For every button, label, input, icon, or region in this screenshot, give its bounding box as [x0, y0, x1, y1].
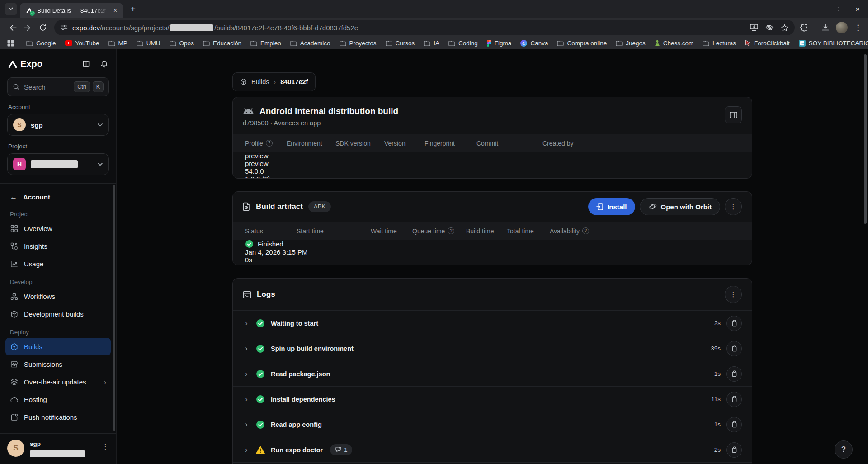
bookmark-ia[interactable]: IA — [420, 38, 443, 48]
folder-icon — [170, 40, 176, 46]
expand-chevron-icon[interactable]: › — [243, 319, 250, 327]
section-deploy-label: Deploy — [10, 329, 106, 336]
account-selector[interactable]: S sgp — [7, 114, 109, 136]
artifact-table-header: Status Start time Wait time Queue time? … — [233, 222, 752, 240]
bookmark-academico[interactable]: Academico — [286, 38, 335, 48]
open-with-orbit-button[interactable]: Open with Orbit — [640, 198, 721, 215]
copy-log-button[interactable] — [726, 316, 742, 331]
copy-log-button[interactable] — [726, 442, 742, 458]
expand-chevron-icon[interactable]: › — [243, 345, 250, 353]
bookmark-cursos[interactable]: Cursos — [382, 38, 419, 48]
close-button[interactable]: × — [847, 0, 868, 18]
search-input[interactable]: Search Ctrl K — [7, 77, 109, 96]
sidebar-item-hosting[interactable]: Hosting — [5, 391, 111, 408]
bookmark-proyectos[interactable]: Proyectos — [335, 38, 381, 48]
bookmark-canva[interactable]: CCanva — [516, 38, 552, 48]
install-button[interactable]: Install — [588, 198, 635, 215]
sidebar-item-submissions[interactable]: Submissions — [5, 355, 111, 373]
log-duration: 39s — [711, 345, 721, 352]
bookmark-star-icon[interactable] — [781, 24, 788, 32]
logs-title: Logs — [257, 290, 275, 299]
sidebar-item-push-notifications[interactable]: Push notifications — [5, 408, 111, 426]
sidebar-scrollbar[interactable] — [113, 185, 115, 431]
copy-log-button[interactable] — [726, 392, 742, 407]
reload-button[interactable] — [35, 20, 51, 35]
bookmark-umu[interactable]: UMU — [132, 38, 165, 48]
expand-chevron-icon[interactable]: › — [243, 421, 250, 429]
back-arrow-icon: ← — [10, 194, 17, 201]
page-scrollbar[interactable] — [864, 54, 867, 224]
back-button[interactable] — [5, 20, 20, 35]
browser-profile-avatar[interactable] — [836, 22, 848, 33]
info-icon[interactable]: ? — [266, 140, 273, 147]
sidebar-item-usage[interactable]: Usage — [5, 255, 111, 273]
bookmark-educacion[interactable]: Educación — [199, 38, 245, 48]
copy-log-button[interactable] — [726, 417, 742, 432]
sidebar-item-builds[interactable]: Builds — [5, 338, 111, 355]
expand-chevron-icon[interactable]: › — [243, 370, 250, 378]
log-row-read-app-config[interactable]: › Read app config 1s — [233, 412, 752, 437]
expo-logo[interactable]: Expo — [8, 59, 42, 69]
bookmark-empleo[interactable]: Empleo — [246, 38, 285, 48]
artifact-menu-icon[interactable]: ⋮ — [725, 198, 742, 215]
new-tab-button[interactable]: + — [127, 3, 139, 15]
bookmark-youtube[interactable]: YouTube — [61, 38, 104, 48]
bookmark-compra-online[interactable]: Compra online — [553, 38, 611, 48]
doctor-warning-badge[interactable]: 1 — [330, 444, 352, 455]
bookmark-foroclickbait[interactable]: ForoClickbait — [741, 38, 794, 48]
log-row-run-expo-doctor[interactable]: › Run expo doctor 1 2s — [233, 437, 752, 462]
maximize-button[interactable] — [826, 0, 847, 18]
bookmark-lecturas[interactable]: Lecturas — [698, 38, 740, 48]
chevron-down-icon — [97, 123, 103, 127]
forward-button[interactable] — [20, 20, 35, 35]
breadcrumb-builds-link[interactable]: Builds — [251, 78, 269, 85]
info-icon[interactable]: ? — [448, 227, 454, 234]
sidebar-item-workflows[interactable]: Workflows — [5, 288, 111, 305]
bookmark-chesscom[interactable]: Chess.com — [651, 38, 698, 48]
docs-book-icon[interactable] — [82, 60, 90, 68]
chevron-right-icon: › — [104, 378, 106, 386]
redacted-project-name — [170, 24, 213, 31]
copy-log-button[interactable] — [726, 366, 742, 382]
bookmark-google[interactable]: Google — [22, 38, 60, 48]
install-app-icon[interactable] — [750, 24, 758, 31]
sidebar-item-overview[interactable]: Overview — [5, 220, 111, 237]
downloads-icon[interactable] — [821, 24, 830, 32]
start-time-value: Jan 4, 2026 3:15 PM — [245, 248, 740, 256]
sidebar-item-insights[interactable]: Insights — [5, 237, 111, 255]
address-bar[interactable]: expo.dev/accounts/sgp/projects//builds/8… — [54, 20, 795, 35]
bookmark-figma[interactable]: Figma — [483, 38, 516, 48]
log-row-install-dependencies[interactable]: › Install dependencies 11s — [233, 386, 752, 412]
sidebar-item-ota-updates[interactable]: Over-the-air updates › — [5, 373, 111, 391]
tab-close-button[interactable]: × — [111, 6, 119, 14]
bookmark-coding[interactable]: Coding — [444, 38, 482, 48]
extensions-icon[interactable] — [800, 24, 808, 32]
expand-chevron-icon[interactable]: › — [243, 446, 250, 454]
minimize-button[interactable] — [806, 0, 826, 18]
help-button[interactable]: ? — [835, 440, 853, 459]
apps-grid-icon[interactable] — [5, 40, 17, 47]
open-panel-button[interactable] — [725, 106, 742, 123]
browser-tab-active[interactable]: Build Details — 84017e2f-4e78 × — [20, 3, 123, 18]
log-row-waiting-to-start[interactable]: › Waiting to start 2s — [233, 310, 752, 336]
expand-chevron-icon[interactable]: › — [243, 395, 250, 403]
log-row-spin-up[interactable]: › Spin up build environment 39s — [233, 336, 752, 361]
back-to-account-link[interactable]: ← Account — [5, 189, 111, 205]
notifications-bell-icon[interactable] — [100, 60, 108, 68]
browser-menu-icon[interactable]: ⋮ — [854, 24, 862, 32]
copy-log-button[interactable] — [726, 341, 742, 356]
footer-menu-icon[interactable]: ⋮ — [102, 440, 109, 451]
tab-title: Build Details — 84017e2f-4e78 — [37, 7, 108, 14]
sidebar-item-development-builds[interactable]: Development builds — [5, 305, 111, 323]
project-selector[interactable]: H — [7, 153, 109, 175]
log-row-read-package-json[interactable]: › Read package.json 1s — [233, 361, 752, 386]
tab-search-button[interactable] — [5, 3, 17, 15]
site-settings-icon[interactable] — [61, 24, 68, 31]
eye-off-icon[interactable] — [765, 24, 774, 31]
logs-menu-icon[interactable]: ⋮ — [725, 286, 742, 303]
bookmark-juegos[interactable]: Juegos — [612, 38, 650, 48]
bookmark-soy-bibliotecario[interactable]: SBSOY BIBLIOTECARIO — [795, 38, 868, 48]
info-icon[interactable]: ? — [582, 227, 589, 234]
bookmark-mp[interactable]: MP — [104, 38, 132, 48]
bookmark-opos[interactable]: Opos — [165, 38, 198, 48]
